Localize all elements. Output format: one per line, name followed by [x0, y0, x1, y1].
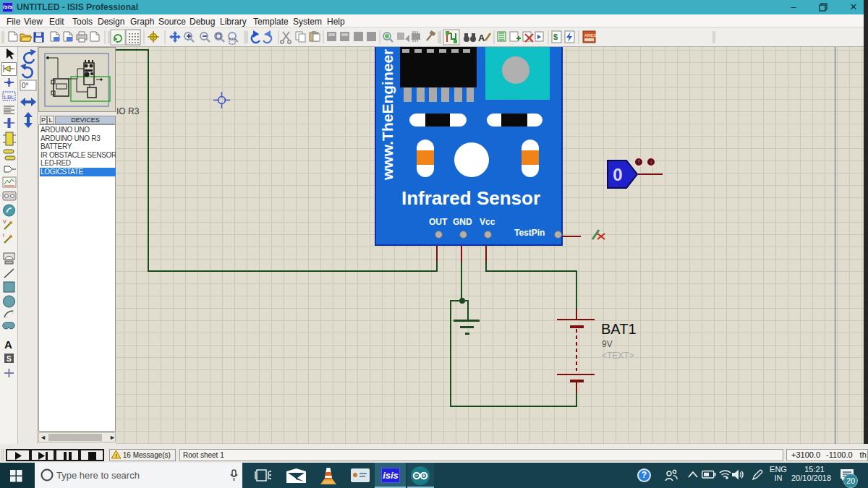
svg-text:LBL: LBL	[4, 94, 15, 100]
svg-text:S: S	[7, 355, 12, 363]
svg-text:$: $	[553, 33, 558, 41]
svg-text:www.TheEngineer: www.TheEngineer	[379, 49, 396, 181]
svg-text:Type here to search: Type here to search	[56, 470, 140, 481]
svg-text:I: I	[3, 233, 4, 238]
svg-text:V: V	[3, 219, 7, 224]
svg-text:A: A	[4, 338, 12, 351]
svg-text:0: 0	[613, 165, 622, 184]
svg-text:A: A	[478, 33, 485, 43]
svg-text:!: !	[115, 453, 116, 459]
svg-text:ARES: ARES	[584, 33, 596, 38]
svg-text:0°: 0°	[22, 82, 29, 90]
